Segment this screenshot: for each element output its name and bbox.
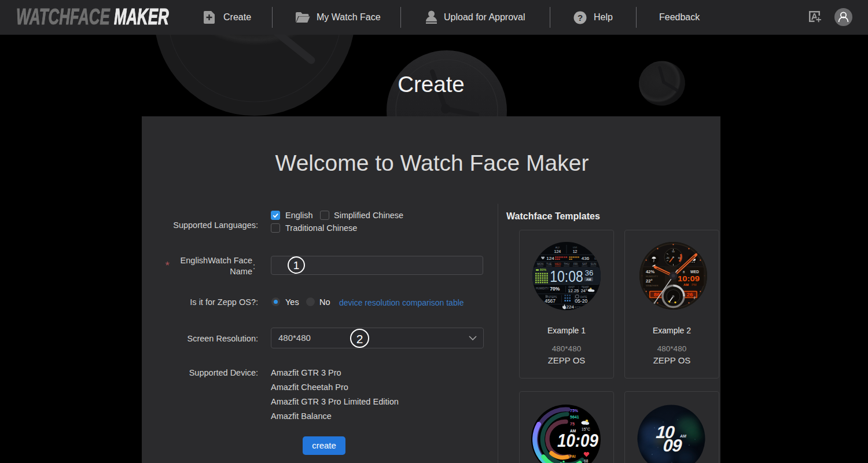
svg-text:24°: 24°: [581, 288, 587, 293]
svg-text:HUMIDITY: HUMIDITY: [646, 275, 658, 278]
svg-text:AQI: AQI: [556, 246, 560, 249]
svg-text:TUE: TUE: [546, 263, 551, 266]
svg-text:42%: 42%: [646, 269, 654, 274]
svg-text:FRI: FRI: [573, 263, 578, 266]
svg-text:MON: MON: [537, 263, 543, 266]
svg-text:M: M: [594, 257, 597, 260]
svg-text:68: 68: [584, 459, 589, 463]
svg-text:124: 124: [554, 249, 561, 253]
svg-text:-20: -20: [666, 256, 670, 259]
svg-text:HUMIDITY: HUMIDITY: [536, 287, 549, 290]
svg-text:436: 436: [582, 256, 590, 261]
svg-text:12: 12: [573, 249, 578, 253]
svg-text:224: 224: [566, 304, 574, 310]
svg-text:AM: AM: [683, 283, 689, 286]
svg-text:75: 75: [570, 422, 575, 426]
svg-text:50: 50: [672, 250, 675, 253]
svg-text:SAT: SAT: [582, 263, 587, 266]
svg-text:SUN: SUN: [591, 263, 597, 266]
svg-text:50: 50: [672, 286, 675, 289]
svg-text:WEATHER: WEATHER: [646, 284, 659, 287]
svg-text:22°: 22°: [646, 278, 652, 284]
svg-text:124: 124: [546, 256, 554, 261]
svg-text:05-20: 05-20: [575, 298, 588, 304]
svg-text:KCAL: KCAL: [575, 306, 583, 309]
svg-text:5641: 5641: [570, 415, 579, 419]
svg-text:10:09: 10:09: [678, 274, 700, 283]
svg-text:80%: 80%: [540, 268, 546, 271]
svg-text:PAI: PAI: [569, 454, 576, 458]
svg-text:10:08: 10:08: [550, 267, 583, 285]
svg-text:WED: WED: [690, 270, 699, 274]
svg-text:4567: 4567: [545, 298, 556, 304]
svg-text:10:09: 10:09: [557, 431, 599, 451]
svg-text:36: 36: [585, 269, 594, 277]
svg-text:AM: AM: [679, 434, 686, 438]
svg-text:15°C: 15°C: [582, 427, 590, 431]
svg-text:THU: THU: [564, 263, 569, 266]
svg-text:75%: 75%: [570, 409, 579, 413]
svg-text:WED: WED: [554, 263, 561, 266]
svg-text:AM: AM: [586, 278, 591, 281]
svg-text:70%: 70%: [550, 286, 560, 292]
svg-text:09: 09: [663, 436, 683, 455]
svg-text:60: 60: [678, 256, 681, 259]
svg-text:UVI: UVI: [573, 246, 577, 249]
svg-text:12.25: 12.25: [568, 288, 579, 293]
svg-text:PM: PM: [692, 283, 697, 286]
svg-text:26: 26: [687, 291, 693, 297]
svg-text:?: ?: [578, 13, 583, 23]
